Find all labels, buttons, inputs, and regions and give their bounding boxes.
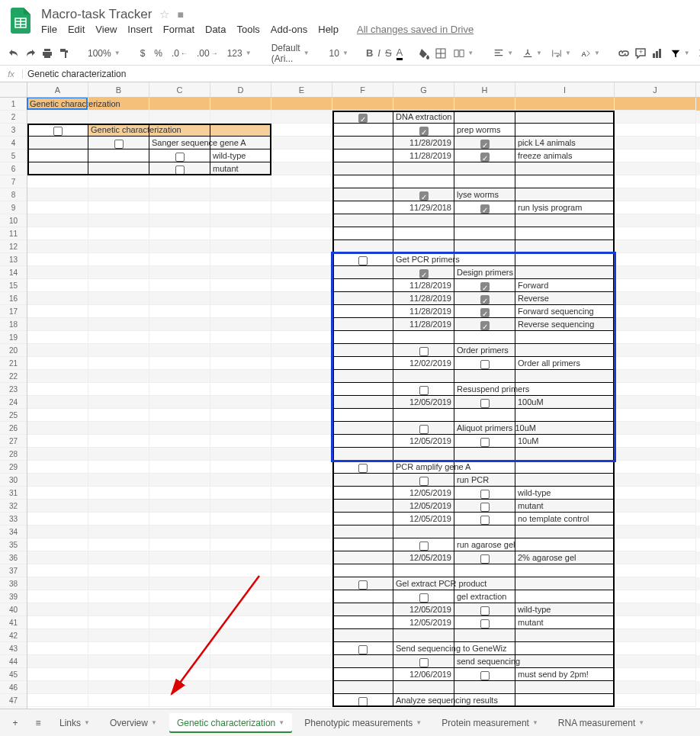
cell[interactable] — [615, 111, 696, 124]
cell[interactable] — [210, 305, 271, 318]
cell[interactable] — [393, 344, 454, 357]
cell[interactable] — [454, 305, 515, 318]
row-header[interactable]: 24 — [0, 396, 27, 409]
cell[interactable] — [88, 292, 149, 305]
row-header[interactable]: 30 — [0, 474, 27, 487]
cell[interactable] — [332, 124, 393, 137]
cell[interactable] — [615, 681, 696, 694]
cell[interactable] — [454, 318, 515, 331]
cell[interactable] — [27, 422, 88, 435]
cell[interactable] — [332, 201, 393, 214]
cell[interactable]: mutant — [515, 500, 615, 513]
checkbox[interactable] — [53, 127, 63, 136]
cell[interactable] — [615, 227, 696, 240]
cell[interactable] — [615, 642, 696, 655]
row-header[interactable]: 18 — [0, 318, 27, 331]
checkbox[interactable] — [419, 477, 429, 486]
checkbox[interactable] — [419, 127, 429, 136]
cell[interactable] — [210, 292, 271, 305]
cell[interactable]: 12/05/2019 — [393, 487, 454, 500]
checkbox[interactable] — [480, 321, 490, 330]
cell[interactable] — [27, 603, 88, 616]
cell[interactable] — [149, 422, 210, 435]
checkbox[interactable] — [358, 256, 368, 265]
cell[interactable] — [615, 149, 696, 162]
decrease-decimal-button[interactable]: .0← — [169, 48, 190, 59]
cell[interactable]: run lysis program — [515, 201, 615, 214]
cell[interactable] — [27, 111, 88, 124]
checkbox[interactable] — [480, 554, 490, 564]
cell[interactable] — [515, 538, 615, 551]
cell[interactable] — [88, 318, 149, 331]
sheet-tab[interactable]: Overview▼ — [102, 713, 165, 733]
row-header[interactable]: 27 — [0, 435, 27, 448]
cell[interactable] — [615, 577, 696, 590]
cell[interactable] — [88, 201, 149, 214]
cell[interactable] — [515, 227, 615, 240]
cell[interactable] — [210, 422, 271, 435]
cell[interactable] — [332, 577, 393, 590]
cell[interactable] — [88, 383, 149, 396]
cell[interactable] — [332, 551, 393, 564]
cell[interactable] — [393, 383, 454, 396]
cell[interactable] — [332, 487, 393, 500]
cell[interactable] — [393, 175, 454, 188]
cell[interactable] — [515, 629, 615, 642]
cell[interactable] — [271, 396, 332, 409]
cell[interactable] — [27, 681, 88, 694]
cell[interactable] — [88, 111, 149, 124]
cell[interactable] — [454, 500, 515, 513]
menu-addons[interactable]: Add-ons — [271, 24, 307, 35]
cell[interactable] — [210, 487, 271, 500]
cell[interactable]: 11/28/2019 — [393, 137, 454, 149]
cell[interactable] — [515, 266, 615, 279]
cell[interactable]: wild-type — [210, 149, 271, 162]
cell[interactable] — [27, 318, 88, 331]
cell[interactable] — [454, 629, 515, 642]
cell[interactable] — [332, 642, 393, 655]
cell[interactable] — [332, 137, 393, 149]
row-header[interactable]: 26 — [0, 422, 27, 435]
menu-file[interactable]: File — [41, 24, 57, 35]
cell[interactable] — [210, 448, 271, 461]
row-header[interactable]: 17 — [0, 305, 27, 318]
cell[interactable] — [27, 266, 88, 279]
cell[interactable] — [454, 98, 515, 111]
cell[interactable] — [393, 98, 454, 111]
cell[interactable] — [271, 124, 332, 137]
menu-insert[interactable]: Insert — [127, 24, 153, 35]
menu-help[interactable]: Help — [318, 24, 339, 35]
row-header[interactable]: 15 — [0, 279, 27, 292]
insert-chart-icon[interactable] — [651, 46, 663, 61]
checkbox[interactable] — [358, 697, 368, 706]
cell[interactable] — [210, 616, 271, 629]
cell[interactable] — [515, 162, 615, 175]
cells-area[interactable]: 11/28/2019pick L4 animalswild-type11/28/… — [27, 98, 700, 719]
row-header[interactable]: 7 — [0, 175, 27, 188]
cell[interactable] — [210, 435, 271, 448]
cell[interactable] — [271, 681, 332, 694]
checkbox[interactable] — [419, 425, 429, 434]
cell[interactable] — [210, 577, 271, 590]
row-header[interactable]: 36 — [0, 551, 27, 564]
checkbox[interactable] — [419, 191, 429, 201]
cell[interactable] — [88, 162, 149, 175]
cell[interactable] — [149, 201, 210, 214]
cell[interactable] — [271, 149, 332, 162]
cell[interactable] — [332, 668, 393, 681]
cell[interactable] — [271, 474, 332, 487]
cell[interactable] — [615, 279, 696, 292]
h-align-icon[interactable]: ▼ — [491, 48, 515, 59]
column-header-C[interactable]: C — [149, 82, 210, 97]
cell[interactable] — [332, 396, 393, 409]
cell[interactable] — [393, 214, 454, 227]
cell[interactable] — [332, 370, 393, 383]
row-header[interactable]: 40 — [0, 603, 27, 616]
menu-format[interactable]: Format — [163, 24, 194, 35]
cell[interactable] — [615, 474, 696, 487]
cell[interactable] — [271, 266, 332, 279]
checkbox[interactable] — [480, 399, 490, 408]
cell[interactable]: mutant — [210, 162, 271, 175]
cell[interactable] — [88, 513, 149, 525]
cell[interactable] — [515, 525, 615, 538]
